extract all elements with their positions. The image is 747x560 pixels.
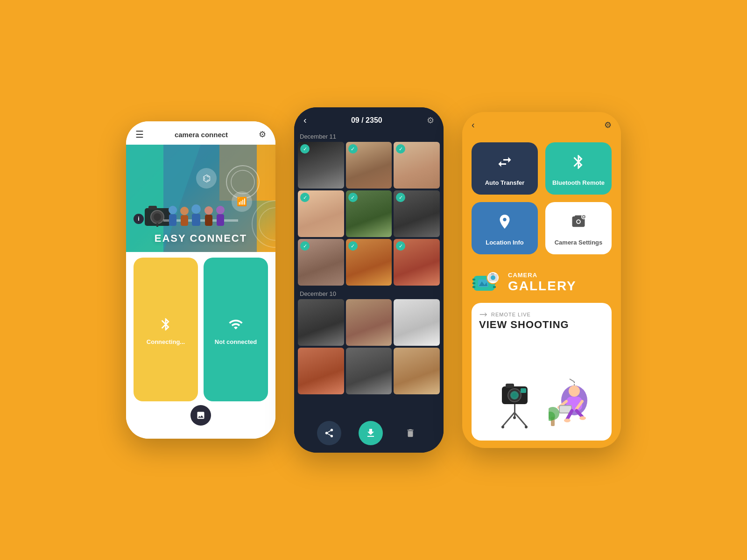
photo-cell[interactable]: ✓ xyxy=(298,239,344,286)
settings-icon[interactable]: ⚙ xyxy=(259,129,266,140)
wifi-connect-card[interactable]: Not connected xyxy=(204,258,268,401)
phone1-footer xyxy=(134,401,268,433)
feature-grid: Auto Transfer Bluetooth Remote Location … xyxy=(462,135,621,262)
photo-cell[interactable] xyxy=(346,299,392,346)
photo-cell[interactable]: ✓ xyxy=(346,142,392,189)
auto-transfer-icon xyxy=(496,154,513,174)
photo-cell[interactable]: ✓ xyxy=(394,239,440,286)
photo-row-5 xyxy=(298,348,440,394)
settings-icon[interactable]: ⚙ xyxy=(427,115,434,126)
photo-cell[interactable]: ✓ xyxy=(298,190,344,237)
photo-cell[interactable] xyxy=(298,299,344,346)
bluetooth-icon xyxy=(155,314,176,335)
svg-rect-27 xyxy=(472,279,475,280)
svg-point-22 xyxy=(216,206,225,214)
phone2-shell: ‹ 09 / 2350 ⚙ December 11 ✓ ✓ ✓ ✓ xyxy=(294,107,444,453)
svg-point-14 xyxy=(169,206,177,214)
svg-rect-43 xyxy=(506,384,514,388)
svg-line-46 xyxy=(503,413,514,426)
photo-cell[interactable] xyxy=(394,299,440,346)
bluetooth-connect-card[interactable]: Connecting... xyxy=(134,258,198,401)
phone1-shell: ☰ camera connect ⚙ ⌬ 📶 xyxy=(126,121,275,439)
wifi-icon xyxy=(226,314,246,335)
location-info-label: Location Info xyxy=(486,239,524,246)
svg-rect-23 xyxy=(217,214,224,226)
svg-rect-32 xyxy=(493,286,496,288)
gallery-button[interactable] xyxy=(190,405,211,426)
bluetooth-remote-icon xyxy=(570,154,587,174)
location-icon xyxy=(496,213,513,233)
svg-line-47 xyxy=(514,413,526,426)
gallery-big-label: GALLERY xyxy=(508,279,577,294)
share-button[interactable] xyxy=(317,421,341,445)
people-illustration xyxy=(163,201,238,231)
remote-live-card[interactable]: REMOTE LIVE VIEW SHOOTING xyxy=(472,303,612,441)
back-icon[interactable]: ‹ xyxy=(303,115,307,126)
camera-settings-card[interactable]: Camera Settings xyxy=(545,202,612,254)
phone1-body: Connecting... Not connected xyxy=(126,252,275,439)
svg-point-61 xyxy=(579,416,586,420)
svg-line-66 xyxy=(570,379,574,382)
hamburger-icon[interactable]: ☰ xyxy=(135,129,144,140)
photo-cell[interactable] xyxy=(394,348,440,394)
settings-icon-phone3[interactable]: ⚙ xyxy=(604,120,612,130)
check-badge: ✓ xyxy=(300,144,310,154)
delete-button[interactable] xyxy=(400,423,421,443)
camera-gallery-icon xyxy=(472,267,501,297)
check-badge: ✓ xyxy=(300,241,310,251)
svg-rect-29 xyxy=(472,286,475,288)
svg-rect-21 xyxy=(205,215,212,226)
back-icon[interactable]: ‹ xyxy=(472,119,475,130)
photo-row-1: ✓ ✓ ✓ xyxy=(298,142,440,189)
svg-point-16 xyxy=(180,207,189,215)
date-label-2: December 10 xyxy=(298,287,440,299)
check-badge: ✓ xyxy=(300,193,310,202)
photo-cell[interactable]: ✓ xyxy=(298,142,344,189)
phone2-header: ‹ 09 / 2350 ⚙ xyxy=(294,107,444,130)
svg-point-60 xyxy=(564,419,571,422)
svg-rect-15 xyxy=(169,214,176,226)
auto-transfer-label: Auto Transfer xyxy=(485,179,525,186)
svg-point-48 xyxy=(501,426,504,428)
remote-live-big-label: VIEW SHOOTING xyxy=(479,319,604,331)
photo-cell[interactable] xyxy=(298,348,344,394)
phone2-footer xyxy=(294,416,444,453)
svg-rect-28 xyxy=(472,282,475,284)
svg-point-50 xyxy=(525,426,528,428)
photo-cell[interactable] xyxy=(346,348,392,394)
phone3-header: ‹ ⚙ xyxy=(462,112,621,135)
svg-rect-19 xyxy=(192,214,200,226)
phone3-shell: ‹ ⚙ Auto Transfer Bluetooth Remote xyxy=(462,112,621,448)
svg-point-37 xyxy=(491,275,495,280)
svg-point-42 xyxy=(512,393,517,398)
svg-rect-17 xyxy=(181,215,188,226)
gallery-small-label: CAMERA xyxy=(508,272,577,279)
bluetooth-card-label: Connecting... xyxy=(147,338,185,345)
photo-cell[interactable]: ✓ xyxy=(394,190,440,237)
camera-gallery-section[interactable]: CAMERA GALLERY xyxy=(472,262,612,303)
svg-rect-10 xyxy=(148,206,157,210)
bluetooth-remote-card[interactable]: Bluetooth Remote xyxy=(545,142,612,195)
svg-point-20 xyxy=(204,206,213,215)
info-button[interactable]: i xyxy=(134,214,144,224)
photo-row-3: ✓ ✓ ✓ xyxy=(298,239,440,286)
svg-point-9 xyxy=(154,213,161,221)
svg-point-49 xyxy=(513,416,516,419)
photo-cell[interactable]: ✓ xyxy=(346,239,392,286)
photo-cell[interactable]: ✓ xyxy=(394,142,440,189)
wifi-card-label: Not connected xyxy=(215,338,257,345)
phone1-header: ☰ camera connect ⚙ xyxy=(126,121,275,145)
svg-rect-44 xyxy=(521,388,526,393)
remote-live-title: REMOTE LIVE VIEW SHOOTING xyxy=(479,310,604,331)
bluetooth-remote-label: Bluetooth Remote xyxy=(552,179,605,186)
photo-grid: December 11 ✓ ✓ ✓ ✓ ✓ xyxy=(294,130,444,416)
location-info-card[interactable]: Location Info xyxy=(472,202,538,254)
auto-transfer-card[interactable]: Auto Transfer xyxy=(472,142,538,195)
svg-rect-38 xyxy=(491,273,494,275)
download-button[interactable] xyxy=(359,421,383,445)
check-badge: ✓ xyxy=(348,241,358,251)
photo-cell[interactable]: ✓ xyxy=(346,190,392,237)
svg-rect-45 xyxy=(514,404,515,417)
photo-counter: 09 / 2350 xyxy=(351,116,382,125)
camera-gallery-text: CAMERA GALLERY xyxy=(508,272,577,294)
